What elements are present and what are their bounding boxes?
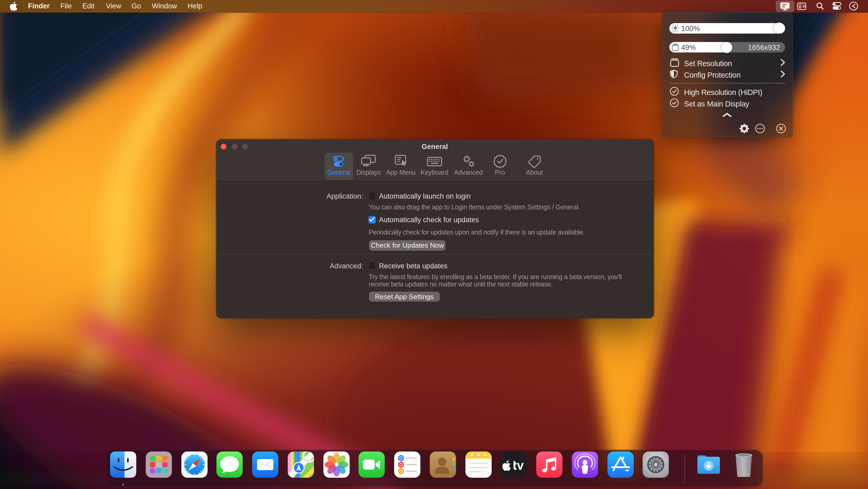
svg-text:⌘: ⌘ [802,4,806,8]
